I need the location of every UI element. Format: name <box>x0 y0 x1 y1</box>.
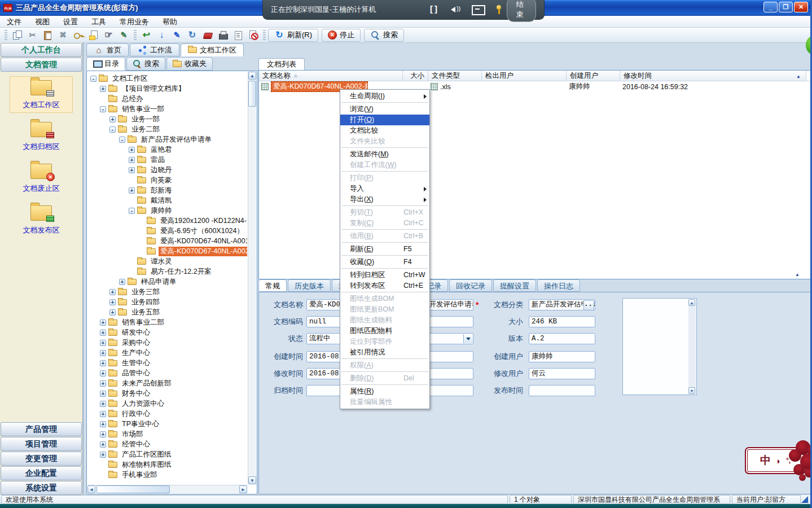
context-menu-item-导出[interactable]: 导出(X) <box>340 194 429 205</box>
tree-node[interactable]: +彭新海 <box>88 185 247 195</box>
context-menu-item-发送邮件[interactable]: 发送邮件(M) <box>340 149 429 160</box>
tree-node[interactable]: +TP事业中心 <box>88 419 247 429</box>
detail-tab-历史版本[interactable]: 历史版本 <box>288 279 331 292</box>
tree-toggle-expand[interactable]: + <box>129 157 135 163</box>
tree-node[interactable]: 爱高-KD070D67-40NL-A001- <box>88 236 247 246</box>
detail-tab-回收记录[interactable]: 回收记录 <box>449 279 492 292</box>
tree-node[interactable]: +采购中心 <box>88 338 247 348</box>
column-header-大小[interactable]: 大小 <box>403 71 428 81</box>
sidebar-item-文档工作区[interactable]: 文档工作区 <box>10 76 73 113</box>
minimize-button[interactable]: _ <box>763 2 778 12</box>
tree-node[interactable]: +生产中心 <box>88 348 247 358</box>
tree-tab-目录[interactable]: 目录 <box>86 57 125 71</box>
end-session-button[interactable]: 结束 <box>507 0 536 22</box>
close-button[interactable]: ✕ <box>794 2 808 12</box>
tree-node[interactable]: +样品申请单 <box>88 277 247 287</box>
tree-toggle-expand[interactable]: + <box>100 370 106 376</box>
tree-node[interactable]: +边晓丹 <box>88 165 247 175</box>
delete-button[interactable]: ✖ <box>55 29 71 42</box>
point-button[interactable]: ☞ <box>101 29 116 42</box>
tree-node[interactable]: 戴清凯 <box>88 195 247 205</box>
menubar-item-常用业务[interactable]: 常用业务 <box>113 16 156 27</box>
tab-工作流[interactable]: 工作流 <box>130 43 179 56</box>
scroll-thumb[interactable] <box>248 81 256 107</box>
tree-toggle-expand[interactable]: + <box>119 279 125 285</box>
tree-toggle-expand[interactable]: + <box>109 309 116 316</box>
context-menu-item-被引用情况[interactable]: 被引用情况 <box>340 347 429 358</box>
column-header-检出用户[interactable]: 检出用户 <box>482 71 567 81</box>
fullscreen-icon[interactable] <box>428 4 440 15</box>
erase-button[interactable] <box>200 29 215 42</box>
field-文档分类[interactable]: 新产品开发评估申请...... <box>529 299 595 310</box>
context-menu-item-文档比较[interactable]: 文档比较 <box>340 125 429 136</box>
toolbar-grip[interactable] <box>134 30 137 40</box>
tree-toggle-expand[interactable]: + <box>100 319 106 326</box>
ime-language-icon[interactable]: 中 <box>760 453 771 468</box>
context-menu-item-刷新[interactable]: 刷新(E)F5 <box>340 244 429 255</box>
list-scroll-up-icon[interactable]: ▲ <box>795 272 800 277</box>
detail-tab-常规[interactable]: 常规 <box>258 279 287 292</box>
tree-node[interactable]: +研发中心 <box>88 327 247 338</box>
sign-button[interactable]: ✎ <box>116 29 131 42</box>
tree-node[interactable]: +产品工作区图纸 <box>88 449 247 459</box>
menubar-item-设置[interactable]: 设置 <box>56 16 85 27</box>
tree-toggle-expand[interactable]: + <box>109 299 116 305</box>
tree-node[interactable]: +财务中心 <box>88 388 247 398</box>
remark-textarea[interactable]: ▲ ▼ <box>622 298 697 395</box>
tree-node[interactable]: +未来产品创新部 <box>88 378 247 388</box>
detail-tab-提醒设置[interactable]: 提醒设置 <box>493 279 536 292</box>
menubar-item-视图[interactable]: 视图 <box>28 16 56 27</box>
tree-toggle-expand[interactable]: + <box>100 360 106 366</box>
context-menu-item-浏览[interactable]: 浏览(V) <box>340 104 429 115</box>
list-scroll-up-icon[interactable]: ▲ <box>796 74 801 79</box>
ime-fullwidth-icon[interactable]: ◗ <box>776 456 781 466</box>
scroll-up-button[interactable]: ▲ <box>248 72 256 80</box>
tree-node[interactable]: +行政中心 <box>88 409 247 419</box>
column-header-修改时间[interactable]: 修改时间 <box>620 71 806 81</box>
tree-node[interactable]: +市场部 <box>88 429 247 439</box>
column-header-创建用户[interactable]: 创建用户 <box>567 71 620 81</box>
remark-scrollbar[interactable]: ▲ ▼ <box>688 299 696 394</box>
tree-node[interactable]: 总经办 <box>88 94 247 104</box>
tree-node[interactable]: +雷晶 <box>88 155 247 165</box>
tree-node[interactable]: +销售事业二部 <box>88 317 247 327</box>
sidebar-section-产品管理[interactable]: 产品管理 <box>1 422 82 436</box>
scroll-down-button[interactable]: ▼ <box>688 387 695 394</box>
context-menu-item-属性[interactable]: 属性(R) <box>340 386 429 397</box>
context-menu-item-转到发布区[interactable]: 转到发布区Ctrl+E <box>340 281 429 291</box>
tree-node[interactable]: -业务二部 <box>88 124 247 134</box>
field-发布时间[interactable] <box>529 385 595 396</box>
tree-node[interactable]: +业务五部 <box>88 307 247 317</box>
sidebar-item-文档废止区[interactable]: 文档废止区 <box>10 160 73 196</box>
tree-node[interactable]: +业务一部 <box>88 114 247 124</box>
field-创建用户[interactable]: 康帅帅 <box>529 351 595 362</box>
tree-toggle-expand[interactable]: + <box>100 411 106 417</box>
tree-node[interactable]: 爱高-6.95寸（600X1024） <box>88 226 247 236</box>
search-button[interactable]: 搜索 <box>364 29 404 42</box>
scroll-left-button[interactable]: ◄ <box>87 485 95 493</box>
tree-node[interactable]: +生管中心 <box>88 358 247 368</box>
tree-tab-收藏夹[interactable]: 收藏夹 <box>166 57 213 71</box>
tree-toggle-expand[interactable]: + <box>100 330 106 336</box>
tree-toggle-collapse[interactable]: - <box>129 208 135 214</box>
menubar-item-帮助[interactable]: 帮助 <box>156 16 184 27</box>
sidebar-section-系统设置[interactable]: 系统设置 <box>1 481 82 495</box>
tree-node[interactable]: 爱高1920x1200 -KD122N4- <box>88 216 247 226</box>
toolbar-grip[interactable] <box>5 30 7 40</box>
menubar-item-工具[interactable]: 工具 <box>85 16 113 27</box>
tool-icon[interactable] <box>490 4 502 15</box>
field-版本[interactable]: A.2 <box>529 333 595 344</box>
tree-toggle-expand[interactable]: + <box>100 421 106 427</box>
sidebar-item-文档归档区[interactable]: 文档归档区 <box>10 118 73 155</box>
context-menu-item-生命周期[interactable]: 生命周期(I) <box>340 91 429 102</box>
new-doc-button[interactable] <box>86 29 101 42</box>
sidebar-section-变更管理[interactable]: 变更管理 <box>1 452 82 466</box>
resize-grip[interactable] <box>801 496 808 503</box>
copy-button[interactable] <box>10 29 25 42</box>
sidebar-section-项目管理[interactable]: 项目管理 <box>1 437 82 451</box>
field-修改用户[interactable]: 何云 <box>529 368 595 379</box>
tree-node[interactable]: 向英豪 <box>88 175 247 185</box>
undo-checkout-button[interactable]: ↻ <box>185 29 200 42</box>
tree-toggle-expand[interactable]: + <box>129 147 135 153</box>
column-header-文档名称[interactable]: 文档名称 <box>259 71 403 81</box>
